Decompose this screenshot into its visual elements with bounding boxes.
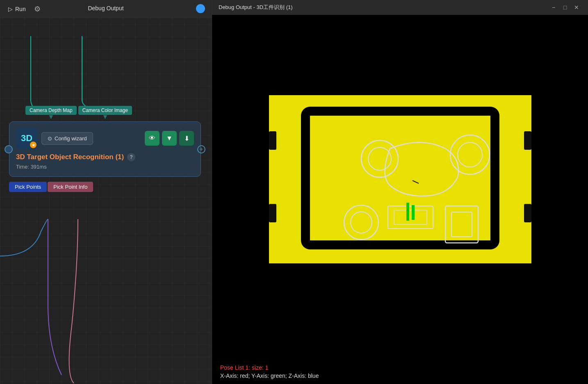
depth-arrow-icon: ▼ [48, 113, 54, 121]
right-notch-1 [524, 131, 531, 150]
play-icon: ▷ [8, 6, 13, 12]
debug-window-titlebar: Debug Output - 3D工件识别 (1) − □ ✕ [212, 0, 588, 15]
inner-yellow [310, 116, 490, 240]
pick-point-info-tab[interactable]: Pick Point Info [48, 182, 93, 192]
output-tabs: Pick Points Pick Point Info [9, 182, 201, 192]
left-notch-1 [269, 131, 276, 150]
download-icon: ⬇ [184, 135, 189, 142]
minimize-button[interactable]: − [549, 2, 558, 12]
depth-map-connector-wrapper: Camera Depth Map ▼ [25, 106, 77, 115]
connections-svg [0, 18, 212, 384]
node-time: Time: 391ms [16, 164, 194, 170]
close-icon: ✕ [574, 4, 579, 11]
toolbar: ▷ Run ⚙ Debug Output [0, 0, 212, 18]
debug-output-label: Debug Output [88, 5, 123, 11]
connection-line-purple [48, 219, 62, 375]
node-right-port[interactable]: + [197, 145, 205, 153]
node-action-buttons: 👁 ▼ ⬇ [145, 131, 194, 146]
eye-icon: 👁 [149, 135, 155, 142]
node-icon: 3D ★ [16, 128, 37, 149]
node-title-row: 3D Target Object Recognition (1) ? [16, 153, 194, 161]
debug-status-bar: Pose List 1: size: 1 X-Axis: red; Y-Axis… [212, 360, 588, 384]
close-button[interactable]: ✕ [572, 2, 581, 12]
green-bar-1 [406, 203, 409, 221]
pick-point-info-label: Pick Point Info [53, 184, 87, 190]
maximize-icon: □ [563, 4, 567, 11]
node-block: Camera Depth Map ▼ Camera Color Image ▼ … [9, 106, 201, 192]
connection-line-2 [82, 36, 127, 112]
input-connectors: Camera Depth Map ▼ Camera Color Image ▼ [9, 106, 201, 121]
minimize-icon: − [552, 4, 555, 11]
maximize-button[interactable]: □ [560, 2, 570, 12]
run-button[interactable]: ▷ Run [5, 4, 29, 14]
right-notch-2 [524, 204, 531, 222]
green-bar-2 [412, 205, 415, 220]
camera-depth-label: Camera Depth Map [30, 107, 73, 113]
config-wizard-icon: ⊙ [48, 135, 52, 142]
config-wizard-label: Config wizard [55, 135, 87, 142]
view-button[interactable]: 👁 [145, 131, 160, 146]
debug-indicator [196, 4, 205, 13]
config-wizard-button[interactable]: ⊙ Config wizard [41, 132, 93, 145]
node-editor-panel: ▷ Run ⚙ Debug Output Camera Depth Map ▼ [0, 0, 212, 384]
pick-points-label: Pick Points [15, 184, 41, 190]
chevron-down-icon: ▼ [166, 135, 173, 142]
depth-map-visualization [269, 95, 531, 263]
color-arrow-icon: ▼ [102, 113, 108, 121]
left-notch-2 [269, 204, 276, 222]
connection-line-pink [69, 219, 78, 383]
pick-points-tab[interactable]: Pick Points [9, 182, 47, 192]
badge-star-icon: ★ [32, 143, 35, 147]
color-image-connector-wrapper: Camera Color Image ▼ [78, 106, 132, 115]
question-mark-icon: ? [130, 154, 133, 160]
connection-line-1 [31, 36, 53, 112]
debug-image-area [212, 15, 588, 360]
gear-icon: ⚙ [34, 5, 41, 13]
node-title-text: 3D Target Object Recognition (1) [16, 153, 124, 161]
debug-output-panel: Debug Output - 3D工件识别 (1) − □ ✕ [212, 0, 588, 384]
status-line-2: X-Axis: red; Y-Axis: green; Z-Axis: blue [220, 373, 580, 379]
download-button[interactable]: ⬇ [179, 131, 194, 146]
connection-line-blue [0, 219, 48, 256]
node-left-port[interactable] [5, 145, 13, 153]
status-line-1: Pose List 1: size: 1 [220, 364, 580, 371]
run-label: Run [15, 6, 26, 12]
debug-window-title: Debug Output - 3D工件识别 (1) [219, 4, 547, 11]
node-card: + 3D ★ ⊙ Config wizard 👁 [9, 121, 201, 177]
settings-button[interactable]: ⚙ [32, 3, 42, 15]
dropdown-button[interactable]: ▼ [162, 131, 177, 146]
node-help-button[interactable]: ? [127, 153, 135, 161]
node-header: 3D ★ ⊙ Config wizard 👁 ▼ [16, 128, 194, 149]
node-icon-badge: ★ [30, 142, 36, 148]
camera-color-label: Camera Color Image [82, 107, 128, 113]
